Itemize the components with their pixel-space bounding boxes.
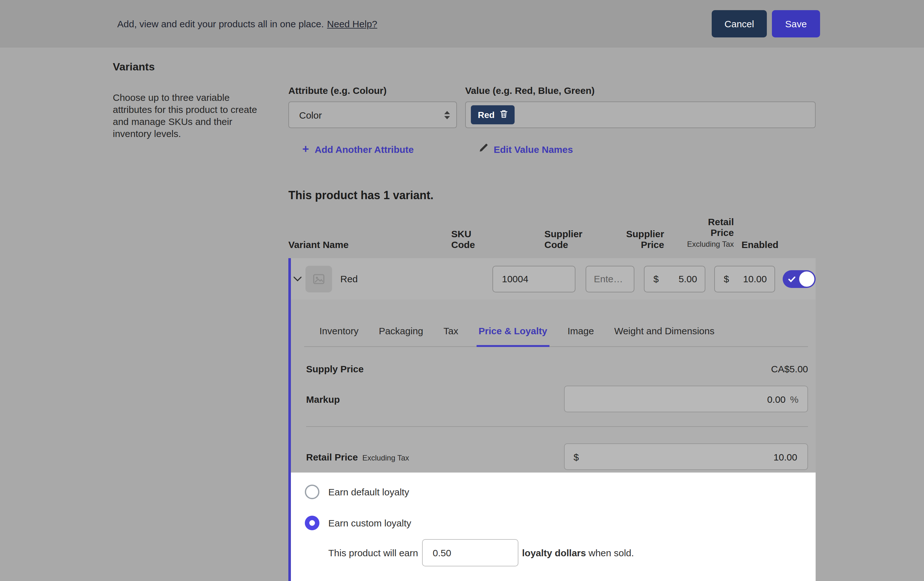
default-loyalty-option[interactable]: Earn default loyalty bbox=[305, 485, 816, 499]
tab-packaging[interactable]: Packaging bbox=[379, 325, 423, 346]
value-label: Value (e.g. Red, Blue, Green) bbox=[465, 85, 816, 96]
retail-price-sub: Excluding Tax bbox=[362, 453, 409, 462]
add-attribute-row: + Add Another Attribute bbox=[288, 143, 457, 156]
page-subtitle: Add, view and edit your products all in … bbox=[117, 18, 378, 29]
currency-prefix: $ bbox=[574, 451, 579, 462]
retail-price-value: 10.00 bbox=[743, 273, 767, 284]
currency-prefix: $ bbox=[724, 273, 729, 284]
retail-price-big-value: 10.00 bbox=[774, 451, 797, 462]
plus-icon: + bbox=[302, 144, 309, 154]
loyalty-sentence: This product will earn loyalty dollars w… bbox=[328, 539, 816, 566]
variants-main: Attribute (e.g. Colour) Color + Add Anot… bbox=[288, 85, 816, 581]
header-actions: Cancel Save bbox=[712, 0, 820, 48]
detail-tabs: Inventory Packaging Tax Price & Loyalty … bbox=[304, 300, 808, 347]
attribute-select-value: Color bbox=[299, 109, 322, 120]
default-loyalty-label: Earn default loyalty bbox=[328, 487, 409, 497]
attribute-column: Attribute (e.g. Colour) Color + Add Anot… bbox=[288, 85, 457, 156]
retail-price-big-input[interactable]: $ 10.00 bbox=[564, 444, 808, 470]
header-sku-code: SKU Code bbox=[451, 228, 534, 250]
loyalty-amount-input[interactable] bbox=[422, 539, 518, 566]
retail-price-input[interactable]: $ 10.00 bbox=[714, 265, 775, 292]
add-attribute-link[interactable]: Add Another Attribute bbox=[315, 144, 414, 154]
header-retail-price: Retail Price Excluding Tax bbox=[673, 216, 734, 250]
header-supplier-code: Supplier Code bbox=[544, 228, 593, 250]
custom-loyalty-option[interactable]: Earn custom loyalty bbox=[305, 516, 816, 530]
retail-price-label: Retail Price bbox=[306, 451, 358, 462]
trash-icon[interactable] bbox=[500, 110, 508, 120]
variant-table-header: Variant Name SKU Code Supplier Code Supp… bbox=[288, 216, 816, 250]
attribute-label: Attribute (e.g. Colour) bbox=[288, 85, 457, 96]
currency-prefix: $ bbox=[653, 273, 659, 284]
radio-unselected-icon[interactable] bbox=[305, 485, 319, 499]
variant-row: Red 10004 Ente… $ 5.00 $ 10.00 bbox=[291, 258, 816, 300]
enabled-toggle[interactable] bbox=[783, 270, 816, 288]
header-bar: Add, view and edit your products all in … bbox=[0, 0, 924, 48]
edit-value-names-link[interactable]: Edit Value Names bbox=[494, 144, 573, 154]
variants-heading: Variants bbox=[113, 61, 268, 74]
loyalty-sentence-bold: loyalty dollars bbox=[522, 547, 586, 558]
markup-value: 0.00 bbox=[767, 394, 785, 404]
value-chip-red[interactable]: Red bbox=[471, 105, 515, 124]
header-retail-price-sub: Excluding Tax bbox=[673, 239, 734, 250]
variant-card: Red 10004 Ente… $ 5.00 $ 10.00 bbox=[288, 258, 816, 581]
attribute-select[interactable]: Color bbox=[288, 101, 457, 128]
check-icon bbox=[789, 273, 795, 285]
supplier-price-input[interactable]: $ 5.00 bbox=[644, 265, 705, 292]
tab-tax[interactable]: Tax bbox=[444, 325, 459, 346]
variant-count-heading: This product has 1 variant. bbox=[288, 189, 816, 202]
subtitle-text: Add, view and edit your products all in … bbox=[117, 18, 324, 29]
product-edit-screen: Add, view and edit your products all in … bbox=[0, 0, 924, 581]
tab-inventory[interactable]: Inventory bbox=[319, 325, 358, 346]
supplier-price-value: 5.00 bbox=[679, 273, 697, 284]
custom-loyalty-label: Earn custom loyalty bbox=[328, 518, 411, 528]
chevron-down-icon[interactable] bbox=[292, 276, 302, 281]
markup-input[interactable]: 0.00 % bbox=[564, 386, 808, 412]
cancel-button[interactable]: Cancel bbox=[712, 10, 767, 37]
pencil-icon bbox=[479, 143, 488, 155]
supplier-code-input[interactable]: Ente… bbox=[586, 265, 634, 292]
variant-image-placeholder[interactable] bbox=[305, 265, 332, 292]
value-input[interactable]: Red bbox=[465, 101, 816, 128]
value-chip-label: Red bbox=[478, 110, 495, 120]
retail-price-row: Retail Price Excluding Tax $ 10.00 bbox=[306, 444, 808, 470]
attribute-value-grid: Attribute (e.g. Colour) Color + Add Anot… bbox=[288, 85, 816, 156]
header-supplier-price: Supplier Price bbox=[603, 228, 664, 250]
supply-price-label: Supply Price bbox=[306, 363, 364, 374]
variants-description: Choose up to three variable attributes f… bbox=[113, 91, 268, 139]
value-column: Value (e.g. Red, Blue, Green) Red Edit V… bbox=[465, 85, 816, 156]
markup-suffix: % bbox=[790, 394, 799, 404]
variants-sidebar: Variants Choose up to three variable att… bbox=[113, 61, 268, 139]
tab-price-loyalty[interactable]: Price & Loyalty bbox=[478, 325, 547, 346]
supply-price-value: CA$5.00 bbox=[771, 363, 808, 374]
supply-price-row: Supply Price CA$5.00 bbox=[306, 347, 808, 374]
sku-code-input[interactable]: 10004 bbox=[492, 265, 576, 292]
need-help-link[interactable]: Need Help? bbox=[327, 18, 377, 29]
tab-weight-dimensions[interactable]: Weight and Dimensions bbox=[614, 325, 714, 346]
loyalty-section: Earn default loyalty Earn custom loyalty… bbox=[291, 473, 816, 581]
loyalty-sentence-prefix: This product will earn bbox=[328, 547, 418, 558]
select-stepper-icon[interactable] bbox=[444, 111, 450, 119]
radio-selected-icon[interactable] bbox=[305, 516, 319, 530]
markup-label: Markup bbox=[306, 394, 340, 404]
edit-value-names-row: Edit Value Names bbox=[465, 143, 816, 156]
header-enabled: Enabled bbox=[741, 239, 816, 250]
markup-row: Markup 0.00 % bbox=[306, 386, 808, 412]
variant-row-inputs: 10004 Ente… $ 5.00 $ 10.00 bbox=[492, 265, 816, 292]
toggle-knob bbox=[799, 271, 814, 286]
price-loyalty-panel: Supply Price CA$5.00 Markup 0.00 % Retai… bbox=[291, 347, 816, 470]
loyalty-sentence-suffix: when sold. bbox=[588, 547, 634, 558]
tab-image[interactable]: Image bbox=[568, 325, 594, 346]
retail-price-labels: Retail Price Excluding Tax bbox=[306, 451, 409, 462]
save-button[interactable]: Save bbox=[772, 10, 820, 37]
panel-divider bbox=[306, 426, 808, 427]
variant-name: Red bbox=[340, 273, 492, 284]
header-variant-name: Variant Name bbox=[288, 239, 451, 250]
